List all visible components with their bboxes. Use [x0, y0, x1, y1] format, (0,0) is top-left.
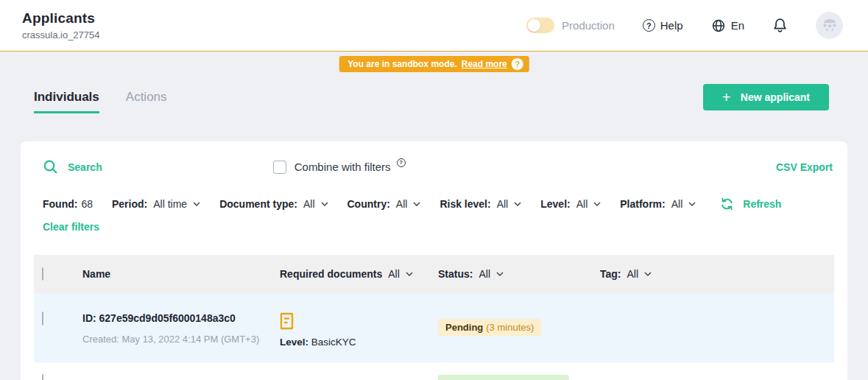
- production-label: Production: [562, 19, 615, 32]
- applicants-page: Applicants crassula.io_27754 Production …: [0, 0, 868, 380]
- applicant-level: Level: BasicKYC: [280, 337, 438, 348]
- status-badge: [438, 375, 569, 380]
- globe-icon: [711, 18, 726, 33]
- found-label: Found:: [43, 198, 77, 210]
- sandbox-banner: You are in sandbox mode. Read more ?: [339, 56, 529, 72]
- found-value: 68: [81, 198, 93, 210]
- read-more-link[interactable]: Read more: [462, 59, 507, 69]
- refresh-label: Refresh: [743, 198, 781, 210]
- applicants-table: Name Required documents All Status: All: [34, 255, 834, 380]
- table-header: Name Required documents All Status: All: [34, 255, 834, 293]
- filter-level[interactable]: Level: All: [540, 198, 601, 210]
- production-toggle-group: Production: [526, 18, 615, 33]
- search-row: Search Combine with filters ? CSV Export: [34, 159, 834, 175]
- select-all-cell: [34, 268, 82, 280]
- app-header: Applicants crassula.io_27754 Production …: [0, 0, 868, 52]
- filters-row: Found:68 Period: All time Document type:…: [34, 197, 834, 211]
- table-row[interactable]: [34, 362, 834, 380]
- page-title: Applicants: [22, 10, 100, 27]
- filter-document-type[interactable]: Document type: All: [219, 198, 328, 210]
- chevron-down-icon: [413, 202, 420, 206]
- refresh-icon: [719, 197, 735, 211]
- select-all-checkbox[interactable]: [42, 267, 43, 281]
- combine-with-filters[interactable]: Combine with filters ?: [273, 161, 406, 174]
- language-label: En: [731, 19, 744, 32]
- column-tag: Tag: All: [600, 268, 834, 280]
- applicants-card: Search Combine with filters ? CSV Export…: [21, 141, 847, 380]
- column-name: Name: [82, 268, 280, 280]
- column-required-documents: Required documents All: [280, 268, 438, 280]
- tabs: Individuals Actions: [34, 90, 167, 113]
- language-button[interactable]: En: [711, 18, 744, 33]
- plus-icon: +: [722, 89, 731, 105]
- chevron-down-icon: [321, 202, 328, 206]
- banner-help-icon[interactable]: ?: [512, 58, 523, 70]
- column-status: Status: All: [438, 268, 600, 280]
- table-row[interactable]: ID: 627e59cd9d05f6000148a3c0 Created: Ma…: [34, 293, 834, 362]
- search-label: Search: [68, 161, 102, 173]
- header-right: Production ? Help En: [526, 12, 843, 39]
- search-button[interactable]: Search: [43, 159, 102, 175]
- production-toggle[interactable]: [526, 18, 554, 33]
- filter-country[interactable]: Country: All: [347, 198, 421, 210]
- tab-individuals[interactable]: Individuals: [34, 90, 99, 113]
- sandbox-banner-text: You are in sandbox mode.: [347, 59, 456, 69]
- chevron-down-icon: [406, 272, 413, 276]
- clear-filters-button[interactable]: Clear filters: [34, 221, 99, 233]
- csv-export-button[interactable]: CSV Export: [776, 161, 833, 173]
- tab-actions[interactable]: Actions: [126, 90, 167, 113]
- found-count: Found:68: [43, 198, 93, 210]
- combine-checkbox[interactable]: [273, 161, 286, 174]
- row-checkbox[interactable]: [42, 312, 43, 326]
- page-body: Individuals Actions + New applicant: [0, 84, 868, 380]
- chevron-down-icon: [644, 272, 652, 276]
- help-label: Help: [660, 19, 683, 32]
- chevron-down-icon: [688, 202, 696, 206]
- chevron-down-icon: [193, 202, 200, 206]
- toggle-knob: [528, 19, 540, 32]
- chevron-down-icon: [496, 272, 504, 276]
- avatar-icon: [822, 19, 838, 32]
- help-icon: ?: [643, 19, 655, 32]
- filter-risk-level[interactable]: Risk level: All: [440, 198, 521, 210]
- refresh-button[interactable]: Refresh: [719, 197, 781, 211]
- row-checkbox[interactable]: [42, 374, 43, 380]
- notifications-bell-icon[interactable]: [772, 17, 788, 34]
- required-documents-filter[interactable]: Required documents All: [280, 268, 438, 280]
- combine-help-icon: ?: [397, 158, 406, 167]
- new-applicant-label: New applicant: [741, 91, 810, 103]
- applicant-created: Created: May 13, 2022 4:14 PM (GMT+3): [82, 334, 280, 345]
- filter-period[interactable]: Period: All time: [112, 198, 200, 210]
- status-badge: Pending (3 minutes): [438, 319, 541, 336]
- avatar[interactable]: [816, 12, 843, 39]
- header-left: Applicants crassula.io_27754: [22, 10, 100, 41]
- search-icon: [43, 159, 58, 175]
- status-filter[interactable]: Status: All: [438, 268, 600, 280]
- document-icon: [280, 312, 438, 330]
- help-button[interactable]: ? Help: [643, 19, 683, 32]
- new-applicant-button[interactable]: + New applicant: [703, 84, 829, 110]
- applicant-id: ID: 627e59cd9d05f6000148a3c0: [82, 312, 280, 324]
- combine-label: Combine with filters: [294, 161, 391, 173]
- filter-platform[interactable]: Platform: All: [620, 198, 696, 210]
- chevron-down-icon: [514, 202, 521, 206]
- tag-filter[interactable]: Tag: All: [600, 268, 834, 280]
- tabs-row: Individuals Actions + New applicant: [21, 84, 847, 113]
- chevron-down-icon: [593, 202, 601, 206]
- page-subtitle: crassula.io_27754: [22, 29, 100, 41]
